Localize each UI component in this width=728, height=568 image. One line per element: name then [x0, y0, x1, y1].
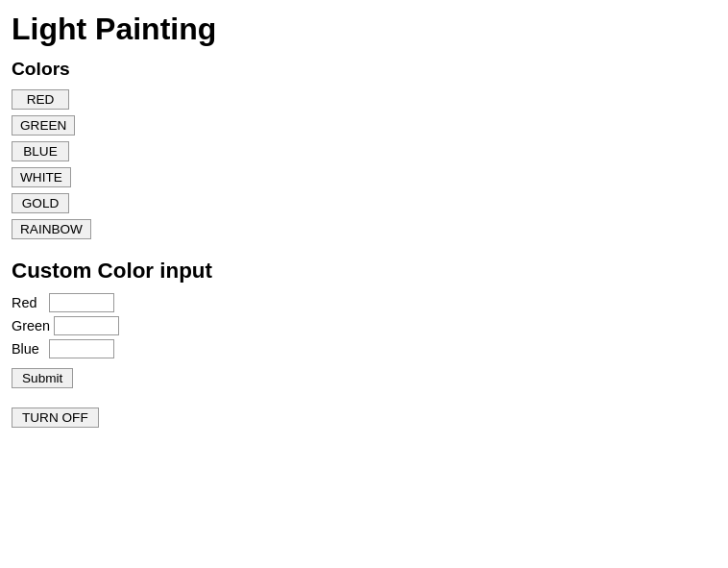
custom-color-heading: Custom Color input: [12, 259, 716, 284]
green-input-row: Green: [12, 316, 716, 335]
white-button[interactable]: WHITE: [12, 167, 71, 187]
green-input[interactable]: [54, 316, 119, 335]
red-input[interactable]: [49, 293, 114, 312]
green-button[interactable]: GREEN: [12, 115, 75, 136]
green-label: Green: [12, 318, 50, 333]
rainbow-button[interactable]: RAINBOW: [12, 219, 91, 239]
red-label: Red: [12, 295, 45, 310]
blue-input[interactable]: [49, 339, 114, 358]
colors-section: Colors RED GREEN BLUE WHITE GOLD RAINBOW: [12, 59, 716, 239]
turn-off-button[interactable]: TURN OFF: [12, 407, 99, 428]
red-input-row: Red: [12, 293, 716, 312]
blue-label: Blue: [12, 341, 45, 357]
colors-heading: Colors: [12, 59, 716, 80]
custom-color-section: Custom Color input Red Green Blue Submit: [12, 259, 716, 388]
blue-input-row: Blue: [12, 339, 716, 358]
submit-button[interactable]: Submit: [12, 368, 73, 388]
red-button[interactable]: RED: [12, 89, 69, 110]
page-title: Light Painting: [12, 12, 716, 47]
gold-button[interactable]: GOLD: [12, 193, 69, 213]
blue-button[interactable]: BLUE: [12, 141, 69, 161]
